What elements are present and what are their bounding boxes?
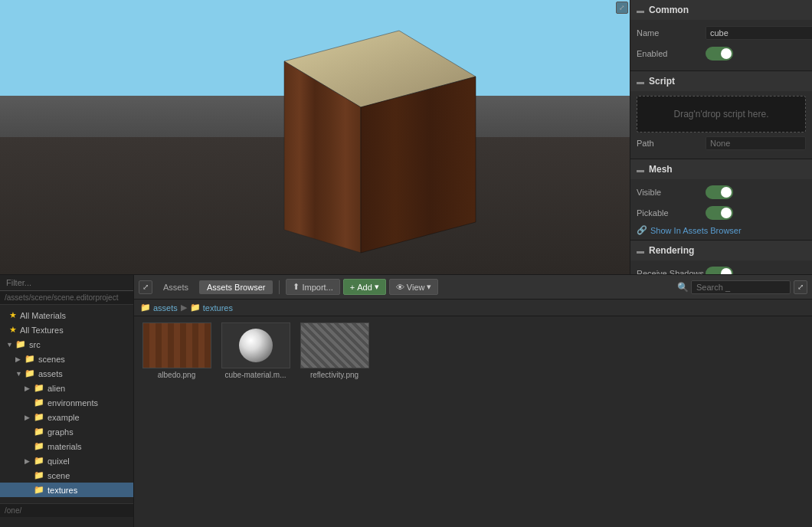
viewport-expand-btn[interactable]: ⤢ bbox=[616, 2, 628, 14]
tree-textures[interactable]: 📁 textures bbox=[0, 483, 133, 497]
scenes-arrow: ▶ bbox=[15, 355, 25, 363]
tree-environments[interactable]: 📁 environments bbox=[0, 395, 133, 410]
alien-arrow: ▶ bbox=[25, 385, 34, 392]
tree-materials[interactable]: 📁 materials bbox=[0, 439, 133, 453]
assets-folder-icon: 📁 bbox=[25, 368, 35, 378]
script-drop-zone[interactable]: Drag'n'drop script here. bbox=[637, 96, 806, 133]
example-label: example bbox=[47, 413, 80, 422]
assets-main: ⤢ Assets Assets Browser ⬆ Import... + Ad… bbox=[134, 275, 812, 527]
alien-label: alien bbox=[47, 384, 65, 393]
pickable-row: Pickable bbox=[637, 205, 806, 221]
rendering-section-header[interactable]: ▬ Rendering bbox=[630, 241, 812, 260]
src-arrow: ▼ bbox=[6, 341, 15, 349]
asset-item-reflectivity[interactable]: reflectivity.png bbox=[298, 322, 371, 379]
asset-item-albedo[interactable]: albedo.png bbox=[140, 322, 213, 379]
script-collapse-icon: ▬ bbox=[637, 77, 644, 86]
enabled-toggle[interactable] bbox=[706, 47, 733, 61]
pickable-label: Pickable bbox=[637, 208, 706, 218]
example-arrow: ▶ bbox=[25, 414, 34, 421]
tree-scene[interactable]: 📁 scene bbox=[0, 468, 133, 483]
assets-toolbar: ⤢ Assets Assets Browser ⬆ Import... + Ad… bbox=[134, 275, 812, 300]
show-assets-label: Show In Assets Browser bbox=[650, 226, 742, 235]
asset-label-albedo: albedo.png bbox=[158, 371, 196, 379]
search-input[interactable] bbox=[691, 280, 791, 294]
asset-thumb-cube-material bbox=[221, 322, 290, 368]
receive-shadows-label: Receive Shadows bbox=[637, 269, 706, 274]
textures-label: textures bbox=[47, 486, 77, 495]
tree-assets[interactable]: ▼ 📁 assets bbox=[0, 366, 133, 381]
breadcrumb: 📁 assets ▶ 📁 textures bbox=[134, 300, 812, 316]
common-body: Name Enabled bbox=[630, 20, 812, 70]
graphs-folder-icon: 📁 bbox=[34, 427, 44, 437]
rendering-collapse-icon: ▬ bbox=[637, 247, 644, 255]
visible-label: Visible bbox=[637, 188, 706, 197]
name-label: Name bbox=[637, 28, 706, 38]
visible-row: Visible bbox=[637, 184, 806, 201]
scenes-folder-icon: 📁 bbox=[25, 354, 35, 364]
assets-label: assets bbox=[38, 369, 63, 378]
search-icon: 🔍 bbox=[677, 282, 689, 293]
src-folder-icon: 📁 bbox=[15, 339, 26, 349]
expand-btn[interactable]: ⤢ bbox=[139, 280, 152, 294]
3d-cube bbox=[246, 15, 476, 263]
script-section: ▬ Script Drag'n'drop script here. Path N… bbox=[630, 71, 812, 159]
breadcrumb-assets[interactable]: 📁 assets bbox=[140, 303, 178, 313]
rendering-title: Rendering bbox=[649, 245, 694, 256]
tree-quixel[interactable]: ▶ 📁 quixel bbox=[0, 453, 133, 468]
add-label: Add bbox=[357, 283, 372, 292]
view-label: View bbox=[407, 283, 425, 292]
tree-all-textures[interactable]: ★ All Textures bbox=[0, 322, 133, 337]
expand-right-btn[interactable]: ⤢ bbox=[794, 280, 807, 294]
scene-label: scene bbox=[47, 471, 70, 480]
path-row: Path None bbox=[637, 136, 806, 150]
alien-folder-icon: 📁 bbox=[34, 383, 44, 393]
tree-alien[interactable]: ▶ 📁 alien bbox=[0, 381, 133, 395]
assets-grid: albedo.png cube-material.m... reflectivi… bbox=[134, 316, 812, 527]
receive-shadows-row: Receive Shadows bbox=[637, 265, 806, 274]
add-dropdown-icon: ▾ bbox=[375, 282, 379, 292]
folder-icon-bc: 📁 bbox=[140, 303, 151, 313]
breadcrumb-textures[interactable]: 📁 textures bbox=[190, 303, 233, 313]
mesh-section: ▬ Mesh Visible Pickable 🔗 Show In Assets… bbox=[630, 159, 812, 241]
tree-example[interactable]: ▶ 📁 example bbox=[0, 410, 133, 424]
plus-icon: + bbox=[350, 283, 355, 292]
import-btn[interactable]: ⬆ Import... bbox=[286, 279, 339, 295]
graphs-label: graphs bbox=[47, 427, 74, 437]
tree-all-materials[interactable]: ★ All Materials bbox=[0, 308, 133, 322]
quixel-folder-icon: 📁 bbox=[34, 456, 44, 466]
receive-shadows-toggle[interactable] bbox=[706, 267, 733, 274]
mesh-section-header[interactable]: ▬ Mesh bbox=[630, 159, 812, 179]
left-panel: /assets/scene/scene.editorproject ★ All … bbox=[0, 275, 134, 527]
visible-toggle[interactable] bbox=[706, 185, 733, 199]
add-btn[interactable]: + Add ▾ bbox=[343, 279, 386, 295]
common-section-header[interactable]: ▬ Common bbox=[630, 0, 812, 20]
link-icon: 🔗 bbox=[637, 225, 647, 235]
asset-item-cube-material[interactable]: cube-material.m... bbox=[219, 322, 292, 379]
name-input[interactable] bbox=[706, 26, 812, 40]
tree-scenes[interactable]: ▶ 📁 scenes bbox=[0, 352, 133, 366]
filter-input[interactable] bbox=[0, 275, 133, 291]
script-title: Script bbox=[649, 76, 675, 87]
path-line1: /assets/scene/scene.editorproject bbox=[5, 293, 129, 302]
materials-folder-icon: 📁 bbox=[34, 441, 44, 451]
example-folder-icon: 📁 bbox=[34, 412, 44, 422]
path-line2: /one/ bbox=[5, 506, 129, 515]
bc-textures-label: textures bbox=[203, 303, 233, 313]
src-label: src bbox=[29, 340, 41, 349]
path-label: Path bbox=[637, 139, 706, 148]
svg-marker-2 bbox=[361, 77, 476, 253]
textures-folder-icon: 📁 bbox=[34, 485, 44, 495]
tab-assets[interactable]: Assets bbox=[156, 280, 196, 294]
materials-label: materials bbox=[47, 442, 82, 451]
pickable-toggle[interactable] bbox=[706, 206, 733, 220]
tab-assets-browser[interactable]: Assets Browser bbox=[199, 280, 273, 294]
enabled-row: Enabled bbox=[637, 45, 806, 62]
rendering-body: Receive Shadows Apply Fog Infinite Dista… bbox=[630, 260, 812, 274]
eye-icon: 👁 bbox=[396, 283, 404, 292]
show-in-assets-btn[interactable]: 🔗 Show In Assets Browser bbox=[637, 225, 806, 235]
script-section-header[interactable]: ▬ Script bbox=[630, 71, 812, 91]
tree-graphs[interactable]: 📁 graphs bbox=[0, 424, 133, 439]
view-btn[interactable]: 👁 View ▾ bbox=[389, 279, 439, 295]
import-icon: ⬆ bbox=[293, 282, 300, 292]
tree-src[interactable]: ▼ 📁 src bbox=[0, 337, 133, 352]
